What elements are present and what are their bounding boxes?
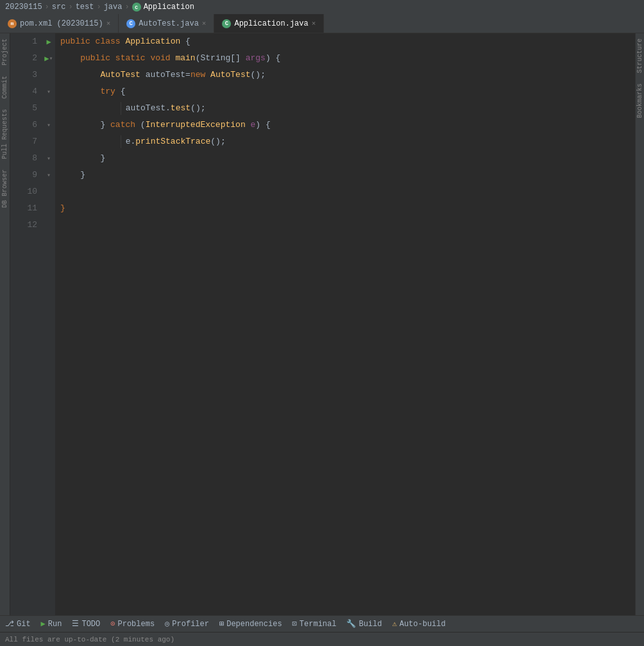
- toolbar-todo[interactable]: ☰ TODO: [72, 619, 100, 629]
- tab-close-application[interactable]: ×: [312, 20, 316, 28]
- fold-icon-9[interactable]: ▾: [47, 171, 51, 179]
- code-line-5: autoTest.test();: [60, 100, 630, 117]
- breadcrumb-item-java[interactable]: java: [104, 3, 123, 12]
- status-bar: All files are up-to-date (2 minutes ago): [0, 632, 644, 646]
- line-num-2: 2: [10, 50, 42, 67]
- breadcrumb-item-src[interactable]: src: [52, 3, 66, 12]
- left-sidebar: Project Commit Pull Requests DB Browser: [0, 33, 10, 615]
- fold-icon-6[interactable]: ▾: [47, 121, 51, 129]
- tab-label-pom: pom.xml (20230115): [20, 19, 103, 28]
- tab-label-application: Application.java: [234, 19, 308, 28]
- run-icon-2[interactable]: ▶: [44, 54, 49, 64]
- gutter-11: [42, 200, 55, 217]
- toolbar-terminal[interactable]: ⊡ Terminal: [292, 619, 337, 629]
- line-num-6: 6: [10, 117, 42, 133]
- fold-icon-2[interactable]: ▾: [49, 55, 53, 62]
- status-text: All files are up-to-date (2 minutes ago): [5, 636, 174, 643]
- breadcrumb-java-icon: C: [132, 3, 141, 12]
- run-toolbar-icon: ▶: [41, 619, 46, 629]
- code-line-12: [60, 217, 630, 234]
- line-num-8: 8: [10, 150, 42, 167]
- breadcrumb: 20230115 › src › test › java › C Applica…: [0, 0, 644, 14]
- toolbar-problems[interactable]: ⊙ Problems: [110, 619, 155, 629]
- gutter-12: [42, 217, 55, 234]
- line-num-4: 4: [10, 83, 42, 100]
- code-line-11: }: [60, 200, 630, 217]
- fold-icon-4[interactable]: ▾: [47, 88, 51, 96]
- toolbar-dependencies-label: Dependencies: [226, 620, 282, 629]
- tabs-bar: m pom.xml (20230115) × C AutoTest.java ×…: [0, 14, 644, 33]
- line-num-12: 12: [10, 217, 42, 234]
- build-icon: 🔧: [346, 619, 356, 629]
- bottom-toolbar: ⎇ Git ▶ Run ☰ TODO ⊙ Problems ◎ Profiler…: [0, 615, 644, 632]
- tab-pom[interactable]: m pom.xml (20230115) ×: [0, 14, 119, 33]
- line-num-10: 10: [10, 183, 42, 200]
- toolbar-build[interactable]: 🔧 Build: [346, 619, 382, 629]
- sidebar-item-bookmarks[interactable]: Bookmarks: [635, 78, 644, 123]
- code-line-1: public class Application {: [60, 33, 630, 50]
- toolbar-todo-label: TODO: [81, 620, 100, 629]
- editor-area: 1 2 3 4 5 6 7 8 9 10 11 12 ▶ ▶ ▾: [10, 33, 635, 615]
- toolbar-run[interactable]: ▶ Run: [41, 619, 62, 629]
- code-line-3: AutoTest autoTest=new AutoTest();: [60, 67, 630, 83]
- sidebar-item-structure[interactable]: Structure: [635, 33, 644, 78]
- code-editor[interactable]: public class Application { public static…: [55, 33, 635, 615]
- fold-icon-8[interactable]: ▾: [47, 155, 51, 162]
- gutter-fold-9[interactable]: ▾: [42, 167, 55, 183]
- gutter-fold-6[interactable]: ▾: [42, 117, 55, 133]
- gutter-run-2[interactable]: ▶ ▾: [42, 50, 55, 67]
- dependencies-icon: ⊞: [219, 619, 224, 629]
- tab-icon-pom: m: [8, 19, 17, 28]
- gutter-fold-4[interactable]: ▾: [42, 83, 55, 100]
- toolbar-profiler-label: Profiler: [172, 620, 209, 629]
- right-sidebar: Structure Bookmarks: [635, 33, 644, 615]
- toolbar-terminal-label: Terminal: [300, 620, 337, 629]
- code-line-4: try {: [60, 83, 630, 100]
- line-num-3: 3: [10, 67, 42, 83]
- gutter-5: [42, 100, 55, 117]
- tab-icon-application: C: [222, 19, 231, 28]
- toolbar-autobuild[interactable]: ⚠ Auto-build: [392, 619, 445, 629]
- run-icon-1[interactable]: ▶: [46, 37, 51, 47]
- toolbar-autobuild-label: Auto-build: [400, 620, 446, 629]
- code-line-9: }: [60, 167, 630, 183]
- code-line-6: } catch (InterruptedException e) {: [60, 117, 630, 133]
- line-num-9: 9: [10, 167, 42, 183]
- tab-close-pom[interactable]: ×: [106, 20, 111, 28]
- terminal-icon: ⊡: [292, 619, 297, 629]
- toolbar-profiler[interactable]: ◎ Profiler: [165, 619, 209, 629]
- tab-autotest[interactable]: C AutoTest.java ×: [119, 14, 214, 33]
- sidebar-item-commit[interactable]: Commit: [0, 71, 10, 104]
- toolbar-problems-label: Problems: [118, 620, 155, 629]
- line-num-7: 7: [10, 133, 42, 150]
- toolbar-run-label: Run: [48, 620, 62, 629]
- sidebar-item-db-browser[interactable]: DB Browser: [0, 164, 10, 213]
- toolbar-build-label: Build: [359, 620, 382, 629]
- gutter-run-1[interactable]: ▶: [42, 33, 55, 50]
- profiler-icon: ◎: [165, 619, 169, 629]
- code-line-8: }: [60, 150, 630, 167]
- gutter-fold-8[interactable]: ▾: [42, 150, 55, 167]
- gutter-3: [42, 67, 55, 83]
- toolbar-dependencies[interactable]: ⊞ Dependencies: [219, 619, 282, 629]
- gutter-10: [42, 183, 55, 200]
- sidebar-item-pull-requests[interactable]: Pull Requests: [0, 104, 10, 164]
- sidebar-item-project[interactable]: Project: [0, 33, 10, 71]
- line-numbers: 1 2 3 4 5 6 7 8 9 10 11 12: [10, 33, 42, 615]
- breadcrumb-item-application[interactable]: Application: [144, 3, 194, 12]
- breadcrumb-item-root[interactable]: 20230115: [5, 3, 42, 12]
- autobuild-icon: ⚠: [392, 619, 396, 629]
- line-num-11: 11: [10, 200, 42, 217]
- gutter-7: [42, 133, 55, 150]
- tab-label-autotest: AutoTest.java: [139, 19, 199, 28]
- tab-close-autotest[interactable]: ×: [202, 20, 207, 28]
- code-line-7: e.printStackTrace();: [60, 133, 630, 150]
- breadcrumb-item-test[interactable]: test: [76, 3, 94, 12]
- gutter: ▶ ▶ ▾ ▾ ▾ ▾ ▾: [42, 33, 55, 615]
- toolbar-git-label: Git: [17, 620, 31, 629]
- git-icon: ⎇: [5, 619, 14, 629]
- toolbar-git[interactable]: ⎇ Git: [5, 619, 31, 629]
- problems-icon: ⊙: [110, 619, 115, 629]
- tab-application[interactable]: C Application.java ×: [214, 14, 324, 33]
- code-line-10: [60, 183, 630, 200]
